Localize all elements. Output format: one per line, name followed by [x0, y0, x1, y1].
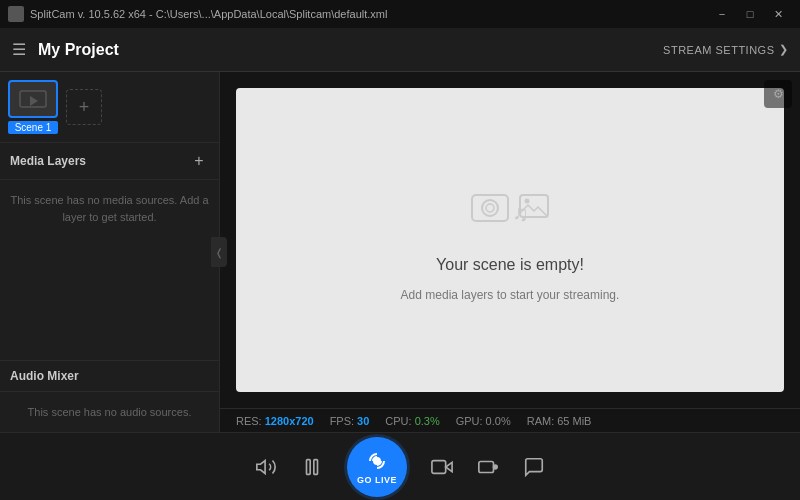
- chevron-down-icon: ❯: [779, 43, 789, 56]
- status-bar: RES: 1280x720 FPS: 30 CPU: 0.3% GPU: 0.0…: [220, 408, 800, 432]
- svg-rect-9: [307, 459, 311, 474]
- svg-point-3: [482, 200, 498, 216]
- svg-rect-10: [314, 459, 318, 474]
- project-title: My Project: [38, 41, 663, 59]
- stream-settings-label: STREAM SETTINGS: [663, 44, 774, 56]
- svg-point-14: [494, 465, 498, 469]
- scenes-area: Scene 1 +: [0, 72, 219, 143]
- titlebar-text: SplitCam v. 10.5.62 x64 - C:\Users\...\A…: [30, 8, 708, 20]
- scene-thumbnail: [8, 80, 58, 118]
- media-layers-title: Media Layers: [10, 154, 189, 168]
- status-fps: FPS: 30: [330, 415, 370, 427]
- svg-point-4: [486, 204, 494, 212]
- svg-point-7: [525, 198, 530, 203]
- video-button[interactable]: [477, 456, 499, 478]
- settings-icon: ⚙: [773, 87, 784, 101]
- empty-scene-subtitle: Add media layers to start your streaming…: [401, 286, 620, 304]
- scene-item[interactable]: Scene 1: [8, 80, 58, 134]
- preview-settings-button[interactable]: ⚙: [764, 80, 792, 108]
- svg-marker-8: [257, 460, 265, 473]
- titlebar-controls: − □ ✕: [708, 0, 792, 28]
- titlebar: SplitCam v. 10.5.62 x64 - C:\Users\...\A…: [0, 0, 800, 28]
- preview-canvas: ♫ Your scene is empty! Add media layers …: [236, 88, 784, 392]
- preview-area: ⚙ ♫ Your scene is empty!: [220, 72, 800, 432]
- bottom-toolbar: GO LIVE: [0, 432, 800, 500]
- svg-marker-1: [30, 96, 38, 106]
- preview-toolbar: ⚙: [764, 80, 792, 108]
- panel-collapse-handle[interactable]: ❬: [211, 237, 227, 267]
- media-layers-empty: This scene has no media sources. Add a l…: [0, 180, 219, 237]
- audio-mixer-header: Audio Mixer: [0, 361, 219, 392]
- svg-rect-13: [479, 461, 494, 472]
- left-panel: Scene 1 + Media Layers + This scene has …: [0, 72, 220, 432]
- chat-button[interactable]: [523, 456, 545, 478]
- svg-rect-12: [432, 460, 446, 473]
- audio-mixer-section: Audio Mixer This scene has no audio sour…: [0, 360, 219, 433]
- status-cpu: CPU: 0.3%: [385, 415, 439, 427]
- media-layers-header: Media Layers +: [0, 143, 219, 180]
- svg-point-11: [374, 458, 380, 464]
- add-scene-button[interactable]: +: [66, 89, 102, 125]
- scene-label: Scene 1: [8, 121, 58, 134]
- status-res: RES: 1280x720: [236, 415, 314, 427]
- pause-button[interactable]: [301, 456, 323, 478]
- svg-rect-2: [472, 195, 508, 221]
- app-icon: [8, 6, 24, 22]
- main-content: Scene 1 + Media Layers + This scene has …: [0, 72, 800, 432]
- menu-icon[interactable]: ☰: [12, 40, 26, 59]
- volume-button[interactable]: [255, 456, 277, 478]
- audio-mixer-title: Audio Mixer: [10, 369, 209, 383]
- maximize-button[interactable]: □: [736, 0, 764, 28]
- empty-scene-icon: ♫: [470, 177, 550, 244]
- status-ram: RAM: 65 MiB: [527, 415, 592, 427]
- go-live-button[interactable]: GO LIVE: [347, 437, 407, 497]
- app-header: ☰ My Project STREAM SETTINGS ❯: [0, 28, 800, 72]
- status-gpu: GPU: 0.0%: [456, 415, 511, 427]
- close-button[interactable]: ✕: [764, 0, 792, 28]
- add-media-layer-button[interactable]: +: [189, 151, 209, 171]
- camera-button[interactable]: [431, 456, 453, 478]
- audio-mixer-empty: This scene has no audio sources.: [0, 392, 219, 433]
- empty-scene-title: Your scene is empty!: [436, 256, 584, 274]
- go-live-label: GO LIVE: [357, 475, 397, 485]
- minimize-button[interactable]: −: [708, 0, 736, 28]
- stream-settings-button[interactable]: STREAM SETTINGS ❯: [663, 43, 788, 56]
